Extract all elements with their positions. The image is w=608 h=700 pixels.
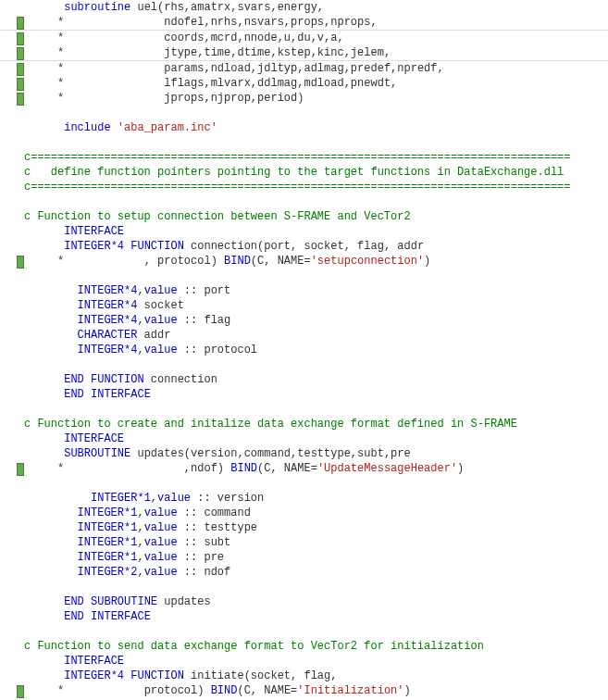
code-segment: c Function to setup connection between S…	[24, 210, 411, 223]
code-segment: uel(rhs,amatrx,svars,energy,	[130, 1, 324, 14]
code-segment: ,ndof)	[64, 462, 230, 475]
code-line: INTEGER*1,value :: subt	[0, 535, 608, 550]
code-segment: END INTERFACE	[64, 388, 151, 401]
code-segment	[111, 121, 118, 134]
code-segment: ,	[137, 536, 143, 549]
code-segment: :: pre	[178, 551, 224, 564]
code-segment: (C, NAME=	[257, 462, 317, 475]
code-segment: c define function pointers pointing to t…	[24, 166, 564, 179]
code-segment: , protocol)	[64, 255, 224, 268]
code-segment	[24, 195, 31, 208]
code-segment	[24, 314, 78, 327]
code-segment: c Function to create and initalize data …	[24, 418, 517, 431]
code-segment: c=======================================…	[24, 181, 571, 194]
code-line: SUBROUTINE updates(version,command,testt…	[0, 446, 608, 461]
continuation-marker-icon	[17, 32, 24, 45]
code-segment	[24, 566, 78, 579]
code-segment	[24, 388, 64, 401]
code-line	[0, 269, 608, 283]
code-segment	[24, 477, 31, 490]
code-segment: protocol)	[64, 684, 210, 697]
continuation-marker-icon	[17, 463, 24, 476]
continuation-marker-icon	[17, 63, 24, 76]
code-segment: updates	[157, 595, 211, 608]
code-line: CHARACTER addr	[0, 328, 608, 343]
code-segment: *	[24, 92, 64, 105]
continuation-marker-icon	[17, 256, 24, 269]
code-segment: BIND	[211, 684, 238, 697]
code-segment: BIND	[230, 462, 257, 475]
code-line	[0, 135, 608, 150]
code-segment: jprops,njprop,period)	[64, 92, 304, 105]
code-segment: value	[144, 506, 178, 519]
code-segment: FUNCTION	[130, 669, 184, 682]
code-line: INTEGER*4 FUNCTION connection(port, sock…	[0, 239, 608, 254]
code-segment: lflags,mlvarx,ddlmag,mdload,pnewdt,	[64, 77, 397, 90]
code-segment: initiate(socket, flag,	[184, 669, 338, 682]
code-segment: 'setupconnection'	[311, 255, 424, 268]
code-line	[0, 357, 608, 372]
code-segment: INTEGER*4	[78, 344, 138, 356]
code-segment: ,	[137, 551, 143, 564]
code-segment: :: protocol	[178, 344, 257, 356]
code-segment: value	[144, 284, 178, 297]
code-segment: INTEGER*1	[78, 521, 138, 534]
code-line: c Function to send data exchange format …	[0, 639, 608, 654]
code-line: END INTERFACE	[0, 609, 608, 624]
code-segment: INTEGER*1	[78, 551, 138, 564]
code-segment	[24, 106, 31, 119]
code-segment: INTEGER*2	[78, 566, 138, 579]
code-segment: updates(version,command,testtype,subt,pr…	[130, 447, 410, 460]
code-segment: *	[24, 462, 64, 475]
code-segment: FUNCTION	[130, 240, 184, 253]
code-line: * jprops,njprop,period)	[0, 91, 608, 106]
code-segment: INTEGER*1	[91, 492, 151, 505]
code-line: INTEGER*1,value :: pre	[0, 550, 608, 565]
continuation-marker-icon	[17, 47, 24, 60]
code-segment	[24, 136, 31, 149]
code-segment: :: command	[178, 506, 251, 519]
code-line: * ,ndof) BIND(C, NAME='UpdateMessageHead…	[0, 461, 608, 476]
code-segment: *	[24, 62, 64, 75]
code-segment	[24, 269, 31, 282]
code-segment: ,	[137, 314, 143, 327]
code-segment	[24, 373, 64, 386]
code-segment: value	[144, 314, 178, 327]
code-line: * coords,mcrd,nnode,u,du,v,a,	[0, 30, 608, 45]
code-segment: addr	[137, 329, 170, 342]
code-line: INTEGER*1,value :: command	[0, 506, 608, 520]
code-segment: value	[157, 492, 191, 505]
code-line: INTEGER*1,value :: testtype	[0, 520, 608, 535]
code-segment: ,	[137, 284, 143, 297]
code-segment	[24, 581, 31, 594]
code-segment: INTEGER*4	[64, 669, 124, 682]
continuation-marker-icon	[17, 78, 24, 91]
code-line: include 'aba_param.inc'	[0, 120, 608, 135]
code-segment: (C, NAME=	[251, 255, 311, 268]
code-segment	[24, 669, 64, 682]
code-segment	[24, 655, 64, 668]
code-line: * jtype,time,dtime,kstep,kinc,jelem,	[0, 45, 608, 61]
code-segment	[24, 225, 64, 238]
code-segment	[24, 536, 78, 549]
code-line: INTEGER*4 socket	[0, 298, 608, 313]
code-segment: c=======================================…	[24, 151, 571, 164]
code-segment: CHARACTER	[78, 329, 138, 342]
continuation-marker-icon	[17, 685, 24, 698]
code-segment: *	[24, 255, 64, 268]
code-segment: *	[24, 16, 64, 29]
continuation-marker-icon	[17, 93, 24, 106]
code-segment: ,	[137, 566, 143, 579]
code-line: * , protocol) BIND(C, NAME='setupconnect…	[0, 254, 608, 269]
code-segment: subroutine	[64, 1, 130, 14]
code-segment: params,ndload,jdltyp,adlmag,predef,npred…	[64, 62, 443, 75]
code-segment: INTEGER*1	[78, 506, 138, 519]
code-line: * params,ndload,jdltyp,adlmag,predef,npr…	[0, 61, 608, 76]
code-line	[0, 194, 608, 209]
code-segment	[24, 625, 31, 638]
code-line: END FUNCTION connection	[0, 372, 608, 387]
code-segment	[24, 551, 78, 564]
code-segment	[24, 432, 64, 445]
code-segment: END FUNCTION	[64, 373, 143, 386]
code-segment	[24, 329, 78, 342]
